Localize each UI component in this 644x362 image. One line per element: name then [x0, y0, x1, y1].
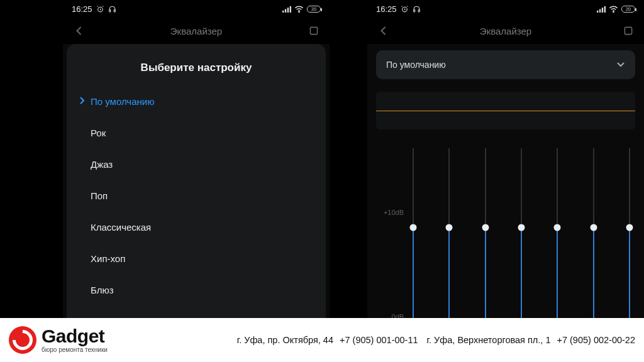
svg-rect-5	[287, 8, 289, 13]
preset-list: По умолчаниюРокДжазПопКлассическаяХип-хо…	[67, 85, 326, 318]
slider-thumb[interactable]	[482, 224, 489, 231]
chevron-down-icon	[616, 60, 625, 70]
slider-track-upper	[485, 148, 486, 228]
eq-slider[interactable]	[521, 148, 522, 318]
alarm-icon	[401, 5, 409, 13]
slider-thumb[interactable]	[518, 224, 525, 231]
slider-thumb[interactable]	[626, 224, 633, 231]
svg-rect-13	[599, 9, 601, 12]
dropdown-label: По умолчанию	[386, 60, 446, 70]
svg-rect-2	[114, 9, 115, 11]
preset-label: Хип-хоп	[91, 253, 125, 264]
headphones-icon	[108, 5, 116, 13]
eq-slider[interactable]	[557, 148, 558, 318]
preset-item[interactable]: Блюз	[67, 274, 326, 305]
slider-track-lower	[629, 228, 630, 318]
slider-thumb[interactable]	[554, 224, 561, 231]
preset-item[interactable]: Рок	[67, 117, 326, 148]
wifi-icon	[294, 6, 304, 13]
preset-label: Поп	[91, 190, 108, 201]
sheet-title: Выберите настройку	[67, 55, 326, 85]
phone-left: 16:25 20 Эквала	[63, 0, 330, 318]
svg-rect-1	[109, 9, 110, 11]
svg-rect-17	[625, 27, 631, 34]
logo-mark-icon	[9, 326, 36, 354]
eq-scale-labels: +10dB 0dB	[376, 148, 406, 318]
signal-icon	[597, 6, 606, 13]
slider-track-lower	[413, 228, 414, 318]
eq-slider[interactable]	[593, 148, 594, 318]
eq-sliders	[413, 148, 630, 318]
preset-label: Джаз	[91, 159, 113, 170]
phone-right: 16:25 20 Эквала	[367, 0, 644, 318]
footer: Gadget бюро ремонта техники г. Уфа, пр. …	[0, 318, 644, 362]
brand-name: Gadget	[42, 327, 108, 346]
title-bar: Эквалайзер	[367, 18, 644, 44]
page-title: Эквалайзер	[86, 26, 307, 36]
slider-track-upper	[593, 148, 594, 228]
status-bar: 16:25 20	[63, 0, 330, 18]
slider-track-upper	[521, 148, 522, 228]
preset-sheet: Выберите настройку По умолчаниюРокДжазПо…	[67, 44, 326, 318]
preset-item[interactable]: Хип-хоп	[67, 243, 326, 274]
preset-label: Блюз	[91, 285, 114, 295]
phone-1: +7 (905) 001-00-11	[340, 335, 418, 345]
slider-thumb[interactable]	[410, 224, 417, 231]
preset-item[interactable]: Классическая	[67, 211, 326, 243]
preset-dropdown[interactable]: По умолчанию	[376, 50, 635, 79]
svg-rect-12	[597, 10, 598, 12]
address-2: г. Уфа, Верхнеторговая пл., 1	[427, 335, 551, 345]
preset-item[interactable]: Поп	[67, 180, 326, 211]
chevron-right-icon	[79, 96, 89, 106]
svg-rect-14	[602, 8, 603, 13]
preset-label: Классическая	[91, 222, 151, 233]
status-time: 16:25	[72, 4, 92, 14]
spectrum-line	[376, 111, 635, 111]
eq-slider[interactable]	[629, 148, 630, 318]
preset-item[interactable]: По умолчанию	[67, 85, 326, 117]
brand-logo: Gadget бюро ремонта техники	[9, 326, 108, 354]
battery-icon: 20	[307, 6, 321, 13]
page-title: Эквалайзер	[390, 26, 621, 36]
window-icon[interactable]	[307, 26, 321, 36]
svg-rect-15	[604, 6, 606, 12]
svg-rect-8	[310, 27, 317, 34]
signal-icon	[282, 6, 291, 13]
slider-track-lower	[593, 228, 594, 318]
slider-track-lower	[448, 228, 450, 318]
preset-label: Рок	[91, 128, 106, 138]
address-1: г. Уфа, пр. Октября, 44	[237, 335, 333, 345]
back-icon[interactable]	[376, 26, 390, 36]
svg-rect-10	[413, 9, 414, 11]
svg-rect-6	[290, 6, 291, 12]
title-bar: Эквалайзер	[63, 18, 330, 44]
slider-track-lower	[521, 228, 522, 318]
eq-slider[interactable]	[485, 148, 486, 318]
slider-thumb[interactable]	[446, 224, 453, 231]
brand-tagline: бюро ремонта техники	[42, 347, 108, 353]
slider-track-lower	[557, 228, 558, 318]
svg-rect-3	[282, 10, 284, 12]
slider-track-upper	[557, 148, 558, 228]
slider-thumb[interactable]	[590, 224, 597, 231]
back-icon[interactable]	[72, 26, 86, 36]
eq-label-bottom: 0dB	[391, 313, 404, 318]
svg-rect-11	[418, 9, 419, 11]
preset-item[interactable]: Электронная	[67, 305, 326, 318]
eq-slider[interactable]	[448, 148, 450, 318]
svg-point-16	[613, 11, 614, 12]
slider-track-upper	[629, 148, 630, 228]
svg-point-7	[299, 11, 299, 12]
battery-icon: 20	[621, 6, 635, 13]
preset-item[interactable]: Джаз	[67, 148, 326, 180]
equalizer-area: +10dB 0dB	[376, 148, 635, 318]
status-bar: 16:25 20	[367, 0, 644, 18]
addresses: г. Уфа, пр. Октября, 44 +7 (905) 001-00-…	[116, 335, 635, 345]
eq-slider[interactable]	[413, 148, 414, 318]
eq-label-top: +10dB	[384, 209, 404, 216]
preset-label: По умолчанию	[91, 96, 154, 107]
slider-track-upper	[413, 148, 414, 228]
headphones-icon	[413, 5, 421, 13]
status-time: 16:25	[376, 4, 397, 14]
window-icon[interactable]	[621, 26, 635, 36]
